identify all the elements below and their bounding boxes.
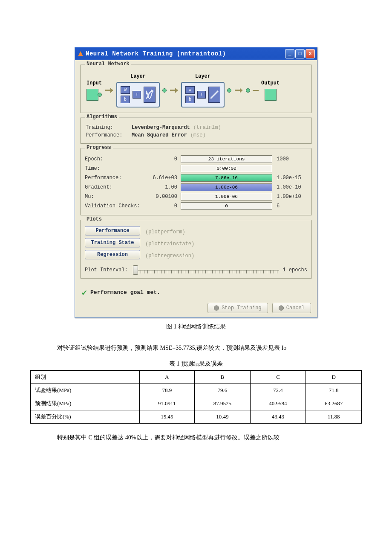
- plot-button[interactable]: Training State: [85, 238, 140, 247]
- weight-tile-icon: W: [185, 86, 195, 94]
- progress-bar-text: 23 iterations: [181, 156, 272, 163]
- table-cell: 误差百分比(%): [31, 410, 140, 424]
- input-block-icon: [86, 89, 98, 101]
- table-cell: 10.49: [194, 410, 250, 424]
- progress-label: Mu:: [85, 194, 149, 200]
- minimize-icon: _: [288, 51, 291, 56]
- table-cell: 15.45: [139, 410, 194, 424]
- window-title: Neural Network Training (nntraintool): [86, 50, 285, 57]
- table-cell: 63.2687: [306, 397, 362, 410]
- group-legend: Plots: [85, 216, 104, 222]
- table-row: 预测结果(MPa)91.091187.952540.958463.2687: [31, 397, 362, 410]
- plot-interval-row: Plot Interval: 1 epochs: [85, 266, 307, 274]
- progress-bar: 23 iterations: [181, 155, 272, 163]
- progress-start-value: 0.00100: [149, 194, 181, 200]
- body-paragraph: 特别是其中 C 组的误差达 40%以上，需要对神经网络模型再进行修改。误差之所以…: [45, 432, 347, 443]
- title-bar: Neural Network Training (nntraintool) _ …: [75, 47, 317, 60]
- progress-bar-text: 0:00:00: [181, 165, 272, 172]
- table-cell: 91.0911: [139, 397, 194, 410]
- close-icon: X: [309, 51, 312, 56]
- progress-bar: 0: [181, 202, 272, 210]
- progress-group: Progress Epoch:023 iterations1000Time:0:…: [80, 148, 312, 215]
- progress-bar-text: 1.80e-06: [181, 184, 272, 191]
- plot-interval-slider[interactable]: [131, 266, 280, 274]
- plot-function: (plotperform): [145, 229, 185, 235]
- table-cell: 71.8: [306, 384, 362, 397]
- progress-end-value: 1.00e-15: [272, 175, 302, 181]
- progress-start-value: 6.61e+03: [149, 175, 181, 181]
- connector-line-icon: [253, 90, 259, 91]
- table-cell: 预测结果(MPa): [31, 397, 140, 410]
- progress-row: Performance:6.61e+037.86e-161.00e-15: [85, 173, 307, 183]
- plot-interval-label: Plot Interval:: [85, 267, 128, 273]
- table-cell: 40.9584: [250, 397, 306, 410]
- stop-training-button[interactable]: Stop Training: [208, 303, 268, 313]
- maximize-icon: □: [299, 51, 302, 56]
- slider-ticks-icon: [137, 270, 280, 273]
- connector-dot-icon: [162, 88, 167, 93]
- progress-label: Gradient:: [85, 184, 149, 190]
- table-cell: 78.9: [139, 384, 194, 397]
- algorithm-function: (mse): [190, 132, 206, 138]
- progress-row: Gradient:1.001.80e-061.00e-10: [85, 183, 307, 192]
- input-column: Input: [86, 80, 102, 101]
- progress-end-value: 1.00e+10: [272, 194, 302, 200]
- progress-bar-text: 1.00e-06: [181, 193, 272, 200]
- algorithm-value: Levenberg-Marquardt: [132, 125, 190, 131]
- plot-function: (plotregression): [145, 253, 194, 259]
- layer2-label: Layer: [195, 73, 210, 79]
- table-cell: 87.9525: [194, 397, 250, 410]
- output-label: Output: [261, 80, 280, 86]
- layer1-box: W b +: [116, 82, 160, 108]
- results-table: 组别ABCD 试验结果(MPa)78.979.672.471.8预测结果(MPa…: [30, 370, 362, 424]
- progress-end-value: 6: [272, 203, 302, 209]
- slider-thumb-icon[interactable]: [133, 265, 138, 275]
- minimize-button[interactable]: _: [285, 49, 294, 58]
- layer2-column: Layer W b +: [181, 73, 225, 108]
- status-row: ✔ Performance goal met.: [80, 283, 312, 301]
- nntraintool-dialog: Neural Network Training (nntraintool) _ …: [75, 47, 317, 318]
- progress-bar: 0:00:00: [181, 165, 272, 172]
- button-label: Cancel: [286, 305, 305, 311]
- purelin-activation-icon: [208, 87, 220, 103]
- progress-row: Validation Checks:006: [85, 201, 307, 211]
- group-legend: Algorithms: [85, 114, 119, 120]
- arrow-icon: [170, 90, 178, 91]
- group-legend: Progress: [85, 145, 113, 151]
- neural-network-group: Neural Network Input Layer W b: [80, 64, 312, 113]
- app-logo-icon: [77, 50, 84, 57]
- button-label: Stop Training: [222, 305, 262, 311]
- connector-dot-icon: [227, 88, 231, 93]
- progress-start-value: 1.00: [149, 184, 181, 190]
- plot-interval-value: 1 epochs: [282, 267, 307, 273]
- output-column: Output: [261, 80, 280, 101]
- bias-tile-icon: b: [185, 96, 195, 103]
- body-paragraph: 对验证组试验结果进行预测，预测结果 MSE=35.7735,误差较大，预测结果及…: [45, 343, 347, 353]
- algorithm-label: Training:: [86, 125, 128, 131]
- close-button[interactable]: X: [306, 49, 315, 58]
- sum-icon: +: [133, 91, 141, 99]
- algorithm-value: Mean Squared Error: [132, 132, 187, 138]
- plot-button[interactable]: Regression: [85, 250, 140, 259]
- progress-bar: 1.80e-06: [181, 183, 272, 191]
- cancel-icon: [279, 305, 284, 311]
- progress-bar: 1.00e-06: [181, 193, 272, 200]
- plot-button-row: Training State(plottrainstate): [85, 238, 307, 250]
- arrow-icon: [105, 90, 113, 91]
- bias-tile-icon: b: [121, 96, 130, 103]
- table-header: 组别: [31, 371, 140, 384]
- output-block-icon: [265, 89, 277, 101]
- layer2-box: W b +: [181, 82, 225, 108]
- algorithm-label: Performance:: [86, 132, 128, 138]
- progress-label: Performance:: [85, 175, 149, 181]
- maximize-button[interactable]: □: [295, 49, 305, 58]
- cancel-button[interactable]: Cancel: [272, 303, 311, 313]
- plot-button-row: Regression(plotregression): [85, 250, 307, 262]
- progress-start-value: 0: [149, 156, 181, 162]
- table-cell: 43.43: [250, 410, 306, 424]
- sum-icon: +: [197, 91, 206, 99]
- progress-label: Epoch:: [85, 156, 149, 162]
- plot-button[interactable]: Performance: [85, 226, 140, 235]
- group-legend: Neural Network: [85, 61, 131, 67]
- progress-row: Mu:0.001001.00e-061.00e+10: [85, 192, 307, 201]
